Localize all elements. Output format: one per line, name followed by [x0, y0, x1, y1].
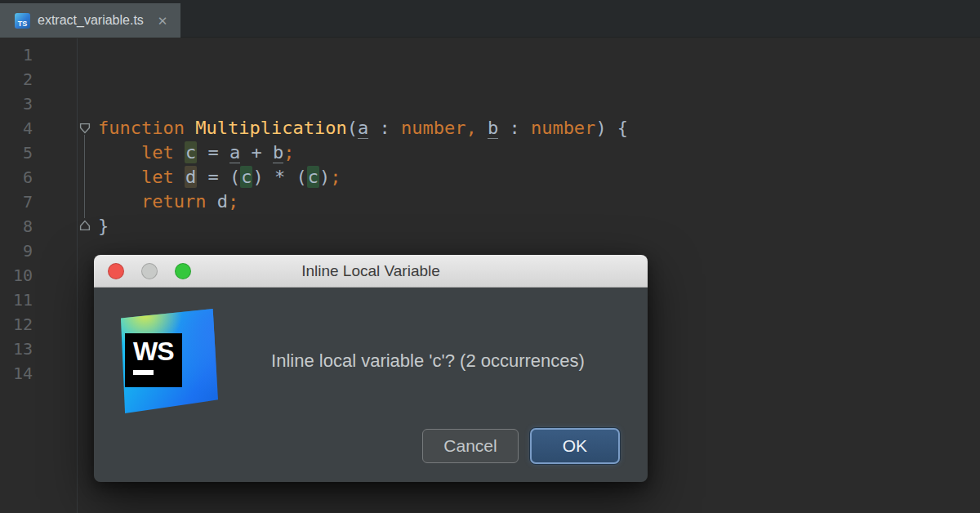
inline-variable-dialog: Inline Local Variable WS Inline local va…	[94, 255, 648, 482]
code-line[interactable]	[98, 42, 980, 67]
code-line[interactable]: return d;	[98, 190, 980, 214]
code-line[interactable]	[98, 67, 980, 91]
code-token: :	[368, 118, 401, 138]
code-token: ;	[330, 167, 341, 187]
ok-button[interactable]: OK	[530, 428, 620, 464]
typescript-file-icon: TS	[15, 13, 30, 29]
code-token: d	[206, 191, 228, 212]
code-token: Multiplication	[195, 118, 346, 138]
line-number: 3	[0, 91, 33, 116]
webstorm-logo-inner: WS	[125, 333, 182, 387]
code-line[interactable]	[98, 91, 980, 116]
line-number: 8	[0, 214, 33, 239]
dialog-body: WS Inline local variable 'c'? (2 occurre…	[94, 288, 648, 482]
minimize-window-icon[interactable]	[141, 263, 158, 279]
code-line[interactable]: }	[98, 214, 980, 239]
code-token	[98, 191, 141, 212]
line-number: 9	[0, 239, 33, 263]
line-number: 6	[0, 165, 33, 190]
code-token	[477, 118, 488, 138]
code-token: =	[197, 142, 229, 163]
tab-title: extract_variable.ts	[38, 13, 144, 28]
code-token: c	[240, 166, 252, 188]
code-token: = (	[197, 167, 240, 187]
code-token: c	[307, 166, 319, 188]
line-number: 4	[0, 116, 33, 141]
code-token: return	[141, 191, 206, 212]
code-token	[174, 142, 185, 163]
code-token: let	[141, 142, 174, 163]
line-number: 14	[0, 361, 33, 386]
line-number: 1	[0, 42, 33, 67]
line-number: 13	[0, 337, 33, 361]
code-token: ;	[283, 142, 294, 163]
close-window-icon[interactable]	[108, 263, 124, 279]
code-token: (	[347, 118, 358, 138]
code-token: ,	[466, 118, 476, 138]
typescript-file-icon-label: TS	[18, 19, 28, 29]
line-number: 10	[0, 263, 33, 288]
code-line[interactable]: let d = (c) * (c);	[98, 165, 980, 190]
webstorm-logo: WS	[114, 309, 218, 413]
editor-tab-bar: TS extract_variable.ts ✕	[0, 0, 980, 38]
code-token: ) * (	[252, 167, 306, 187]
dialog-buttons: Cancel OK	[422, 428, 620, 464]
dialog-message: Inline local variable 'c'? (2 occurrence…	[239, 350, 623, 372]
fold-marker-collapse-icon[interactable]	[79, 123, 91, 134]
code-token: c	[185, 141, 197, 163]
ide-window: TS extract_variable.ts ✕ 123456789101112…	[0, 0, 980, 513]
line-number: 11	[0, 288, 33, 312]
code-token: d	[185, 166, 197, 188]
line-number: 5	[0, 141, 33, 165]
webstorm-logo-text: WS	[133, 337, 182, 367]
dialog-content: WS Inline local variable 'c'? (2 occurre…	[94, 288, 648, 413]
fold-range-line	[84, 135, 85, 218]
code-token	[174, 167, 185, 187]
webstorm-logo-underscore	[133, 370, 154, 375]
gutter-separator	[77, 38, 78, 513]
line-number: 7	[0, 190, 33, 214]
code-token	[185, 118, 195, 138]
code-token: }	[98, 216, 109, 236]
cancel-button[interactable]: Cancel	[422, 429, 518, 463]
gutter-line-numbers: 1234567891011121314	[0, 42, 33, 386]
code-token: let	[141, 167, 174, 187]
code-token: a	[358, 118, 368, 139]
code-token	[98, 167, 141, 187]
code-token: b	[488, 118, 498, 139]
dialog-title: Inline Local Variable	[301, 262, 440, 280]
code-token: b	[273, 142, 283, 163]
code-token: +	[240, 142, 273, 163]
tab-extract-variable[interactable]: TS extract_variable.ts ✕	[0, 3, 180, 38]
tab-close-icon[interactable]: ✕	[158, 15, 168, 27]
code-token: )	[319, 167, 330, 187]
dialog-title-bar[interactable]: Inline Local Variable	[94, 255, 648, 288]
code-line[interactable]: function Multiplication(a : number, b : …	[98, 116, 980, 141]
line-number: 2	[0, 67, 33, 91]
code-token: ;	[228, 191, 238, 212]
line-number: 12	[0, 312, 33, 337]
traffic-lights	[108, 263, 191, 279]
code-token: :	[498, 118, 531, 138]
code-token: function	[98, 118, 185, 138]
code-line[interactable]: let c = a + b;	[98, 141, 980, 165]
code-token: ) {	[595, 118, 628, 138]
code-token: a	[229, 142, 240, 163]
zoom-window-icon[interactable]	[175, 263, 191, 279]
code-token: number	[531, 118, 595, 138]
code-token: number	[401, 118, 466, 138]
fold-marker-end-icon[interactable]	[79, 220, 91, 231]
code-token	[98, 142, 141, 163]
